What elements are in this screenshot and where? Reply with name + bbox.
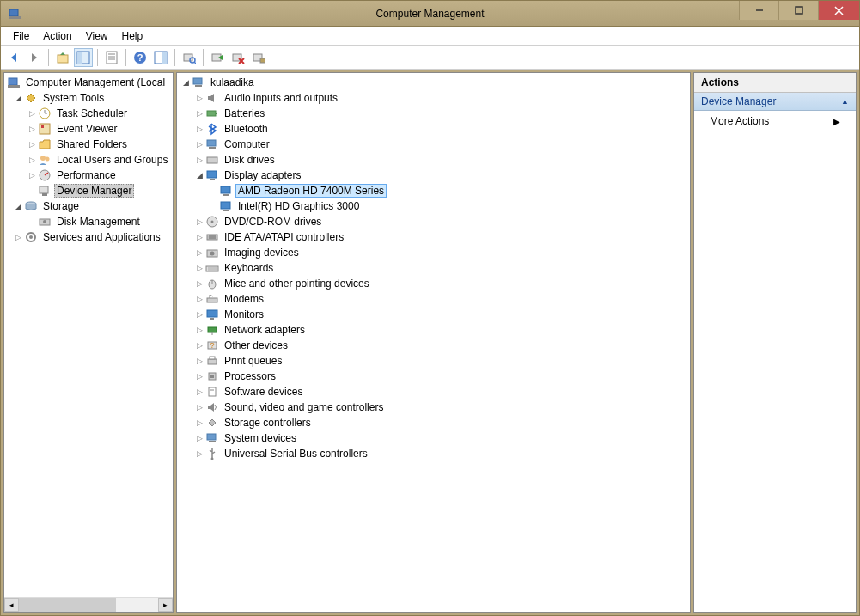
tree-node-usb[interactable]: ▷ Universal Serial Bus controllers [177,446,690,461]
tree-node-performance[interactable]: ▷ Performance [4,168,173,183]
tree-node-computer-cat[interactable]: ▷ Computer [177,137,690,152]
tree-node-software[interactable]: ▷ Software devices [177,384,690,399]
titlebar[interactable]: Computer Management [1,1,859,27]
expand-icon[interactable]: ▷ [194,217,204,227]
tree-node-local-users[interactable]: ▷ Local Users and Groups [4,152,173,168]
window-controls [739,1,859,20]
tree-node-shared-folders[interactable]: ▷ Shared Folders [4,137,173,152]
show-hide-action-pane-button[interactable] [151,48,170,67]
menu-help[interactable]: Help [115,27,150,45]
expand-icon[interactable]: ▷ [27,139,37,149]
tree-node-task-scheduler[interactable]: ▷ Task Scheduler [4,106,173,121]
tree-node-keyboards[interactable]: ▷ Keyboards [177,260,690,276]
expand-icon[interactable]: ▷ [194,124,204,134]
up-button[interactable] [53,48,72,67]
expand-icon[interactable]: ▷ [194,418,204,428]
collapse-icon[interactable]: ◢ [13,201,23,211]
expand-icon[interactable]: ▷ [194,402,204,412]
enable-button[interactable] [208,48,227,67]
expand-icon[interactable]: ▷ [194,371,204,381]
tree-node-services-apps[interactable]: ▷ Services and Applications [4,229,173,245]
tree-node-processors[interactable]: ▷ Processors [177,369,690,384]
expand-icon[interactable]: ▷ [27,155,37,165]
expand-icon[interactable]: ▷ [194,340,204,351]
scan-hardware-button[interactable] [180,48,198,67]
expand-icon[interactable]: ▷ [194,278,204,289]
tree-node-storage[interactable]: ◢ Storage [4,198,173,214]
scroll-thumb[interactable] [19,598,116,612]
tree-node-intel-hd[interactable]: Intel(R) HD Graphics 3000 [177,198,690,214]
expand-icon[interactable]: ▷ [13,232,23,242]
scroll-right-button[interactable]: ▸ [158,598,173,612]
expand-icon[interactable]: ▷ [194,155,204,165]
expand-icon[interactable]: ▷ [194,309,204,320]
update-driver-button[interactable] [249,48,268,67]
collapse-icon[interactable]: ◢ [13,93,23,103]
tree-node-display-adapters[interactable]: ◢ Display adapters [177,168,690,183]
maximize-button[interactable] [778,1,818,20]
scroll-left-button[interactable]: ◂ [4,598,19,612]
expand-icon[interactable]: ▷ [194,387,204,397]
uninstall-button[interactable] [229,48,247,67]
expand-icon[interactable]: ▷ [194,433,204,443]
svg-rect-47 [216,113,217,114]
tree-node-monitors[interactable]: ▷ Monitors [177,307,690,322]
collapse-icon[interactable]: ◢ [194,170,204,180]
tree-node-other[interactable]: ▷ ? Other devices [177,338,690,353]
expand-icon[interactable]: ▷ [27,124,37,134]
tree-node-amd-radeon[interactable]: AMD Radeon HD 7400M Series [177,183,690,198]
navigation-tree[interactable]: Computer Management (Local ◢ System Tool… [4,73,173,597]
close-button[interactable] [818,1,859,20]
tree-node-network[interactable]: ▷ Network adapters [177,322,690,338]
expand-icon[interactable]: ▷ [194,247,204,258]
actions-section-device-manager[interactable]: Device Manager ▲ [694,93,856,111]
tree-node-root[interactable]: Computer Management (Local [4,75,173,90]
expand-icon[interactable]: ▷ [194,108,204,119]
device-tree[interactable]: ◢ kulaadika ▷ Audio inputs and outputs ▷… [177,73,690,612]
expand-icon[interactable]: ▷ [194,294,204,304]
tree-node-device-manager[interactable]: Device Manager [4,183,173,198]
tree-node-computer-root[interactable]: ◢ kulaadika [177,75,690,90]
scroll-track[interactable] [19,598,158,612]
expand-icon[interactable]: ▷ [194,232,204,242]
actions-more-actions[interactable]: More Actions ▶ [694,111,856,131]
collapse-icon[interactable]: ▲ [841,97,849,106]
tree-node-modems[interactable]: ▷ Modems [177,291,690,307]
expand-icon[interactable]: ▷ [194,325,204,335]
horizontal-scrollbar[interactable]: ◂ ▸ [4,597,173,612]
expand-icon[interactable]: ▷ [194,139,204,149]
expand-icon[interactable]: ▷ [194,263,204,273]
tree-node-imaging[interactable]: ▷ Imaging devices [177,245,690,260]
tree-node-system-tools[interactable]: ◢ System Tools [4,90,173,106]
menu-view[interactable]: View [79,27,115,45]
expand-icon[interactable]: ▷ [27,170,37,180]
expand-icon[interactable]: ▷ [194,448,204,459]
menu-action[interactable]: Action [36,27,78,45]
expand-icon[interactable]: ▷ [27,108,37,119]
help-button[interactable]: ? [131,48,149,67]
back-button[interactable] [4,48,23,67]
collapse-icon[interactable]: ◢ [180,77,191,88]
tree-node-ide[interactable]: ▷ IDE ATA/ATAPI controllers [177,229,690,245]
tree-node-sound[interactable]: ▷ Sound, video and game controllers [177,399,690,415]
tree-node-print-queues[interactable]: ▷ Print queues [177,353,690,369]
tree-node-event-viewer[interactable]: ▷ Event Viewer [4,121,173,137]
show-hide-tree-button[interactable] [74,48,93,67]
tree-node-system[interactable]: ▷ System devices [177,430,690,446]
expand-icon[interactable]: ▷ [194,93,204,103]
minimize-button[interactable] [739,1,778,20]
tree-node-audio[interactable]: ▷ Audio inputs and outputs [177,90,690,106]
tree-node-disk-drives[interactable]: ▷ Disk drives [177,152,690,168]
toolbar-separator [203,49,204,66]
tree-node-bluetooth[interactable]: ▷ Bluetooth [177,121,690,137]
tree-node-mice[interactable]: ▷ Mice and other pointing devices [177,276,690,291]
properties-button[interactable] [102,48,121,67]
tree-node-disk-management[interactable]: Disk Management [4,214,173,229]
tree-node-dvd[interactable]: ▷ DVD/CD-ROM drives [177,214,690,229]
forward-button[interactable] [25,48,44,67]
tree-node-storage-ctl[interactable]: ▷ Storage controllers [177,415,690,430]
menu-file[interactable]: File [6,27,36,45]
tree-node-batteries[interactable]: ▷ Batteries [177,106,690,121]
services-icon [24,230,38,244]
expand-icon[interactable]: ▷ [194,356,204,366]
